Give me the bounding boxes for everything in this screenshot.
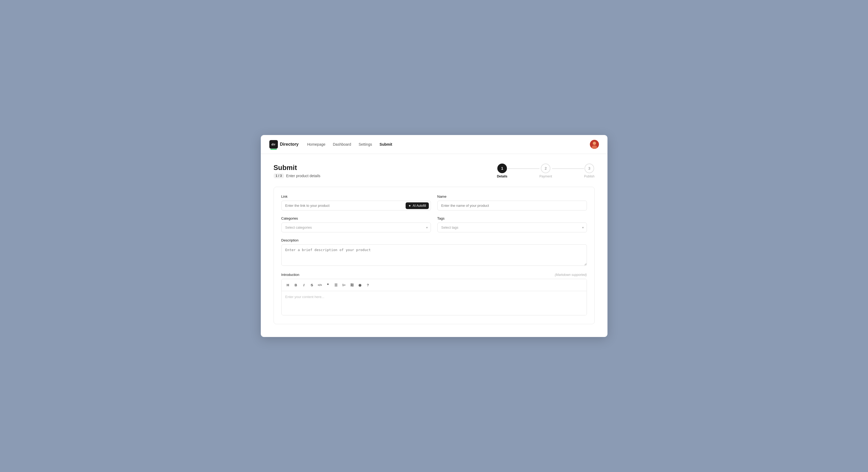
toolbar-italic-button[interactable]: I	[300, 281, 308, 289]
step-3-circle: 3	[585, 164, 594, 173]
toolbar-heading-button[interactable]: H	[284, 281, 292, 289]
categories-select-wrapper: Select categories ▾	[281, 223, 431, 232]
toolbar-bold-button[interactable]: B	[292, 281, 300, 289]
editor-placeholder: Enter your content here...	[285, 295, 324, 299]
toolbar-strikethrough-button[interactable]: S	[308, 281, 316, 289]
ai-autofill-label: AI Autofill	[412, 204, 426, 208]
page-title-block: Submit 1 / 3 Enter product details	[274, 164, 320, 178]
nav-homepage[interactable]: Homepage	[307, 142, 326, 146]
step-2-circle: 2	[541, 164, 550, 173]
nav-submit[interactable]: Submit	[379, 142, 392, 146]
editor-toolbar: H B I S </> ❞ ☰ 1≡ ⛓ ◉ ?	[282, 279, 587, 291]
editor-wrapper: H B I S </> ❞ ☰ 1≡ ⛓ ◉ ?	[281, 279, 587, 315]
markdown-note: (Markdown supported)	[555, 273, 587, 277]
step-3: 3 Publish	[584, 164, 594, 178]
ai-autofill-button[interactable]: ✦ AI Autofill	[406, 202, 429, 209]
toolbar-unordered-list-button[interactable]: ☰	[332, 281, 340, 289]
avatar-image	[590, 140, 599, 149]
col-tags: Tags Select tags ▾	[437, 216, 587, 232]
steps-progress: 1 Details 2 Payment 3 Publish	[497, 164, 594, 178]
logo-text: dir	[272, 143, 276, 146]
description-label: Description	[281, 238, 587, 242]
step-1: 1 Details	[497, 164, 507, 178]
link-input-wrapper: ✦ AI Autofill	[281, 201, 431, 210]
row-categories-tags: Categories Select categories ▾ Tags Sele…	[281, 216, 587, 232]
row-introduction: Introduction (Markdown supported) H B I …	[281, 273, 587, 315]
editor-content[interactable]: Enter your content here...	[282, 291, 587, 315]
step-connector-2	[552, 168, 584, 169]
toolbar-preview-button[interactable]: ◉	[356, 281, 364, 289]
categories-select[interactable]: Select categories	[281, 223, 431, 232]
row-link-name: Link ✦ AI Autofill Name	[281, 195, 587, 210]
introduction-label: Introduction	[281, 273, 300, 277]
col-description: Description	[281, 238, 587, 267]
name-input[interactable]	[437, 201, 587, 210]
tags-label: Tags	[437, 216, 587, 220]
step-description: Enter product details	[286, 174, 320, 178]
step-badge: 1 / 3	[274, 173, 284, 178]
toolbar-ordered-list-button[interactable]: 1≡	[340, 281, 348, 289]
link-label: Link	[281, 195, 431, 199]
ai-icon: ✦	[408, 204, 411, 208]
step-1-circle: 1	[497, 164, 507, 173]
step-connector-1	[507, 168, 539, 169]
toolbar-code-button[interactable]: </>	[316, 281, 324, 289]
main-content: Submit 1 / 3 Enter product details 1 Det…	[261, 154, 608, 337]
toolbar-link-button[interactable]: ⛓	[348, 281, 356, 289]
step-2: 2 Payment	[539, 164, 552, 178]
description-textarea[interactable]	[281, 244, 587, 266]
logo-name: Directory	[280, 142, 299, 147]
page-subtitle: 1 / 3 Enter product details	[274, 173, 320, 178]
page-header: Submit 1 / 3 Enter product details 1 Det…	[274, 164, 595, 178]
nav-links: Homepage Dashboard Settings Submit	[307, 142, 581, 146]
form-card: Link ✦ AI Autofill Name	[274, 187, 595, 324]
step-1-label: Details	[497, 175, 507, 178]
toolbar-blockquote-button[interactable]: ❞	[324, 281, 332, 289]
categories-label: Categories	[281, 216, 431, 220]
col-name: Name	[437, 195, 587, 210]
row-description: Description	[281, 238, 587, 267]
step-3-label: Publish	[584, 175, 594, 178]
page-title: Submit	[274, 164, 320, 172]
nav-dashboard[interactable]: Dashboard	[333, 142, 351, 146]
col-categories: Categories Select categories ▾	[281, 216, 431, 232]
app-window: dir Directory Homepage Dashboard Setting…	[261, 135, 608, 337]
step-2-label: Payment	[539, 175, 552, 178]
editor-container: H B I S </> ❞ ☰ 1≡ ⛓ ◉ ?	[281, 279, 587, 315]
tags-select[interactable]: Select tags	[437, 223, 587, 232]
nav-settings[interactable]: Settings	[359, 142, 372, 146]
avatar[interactable]	[590, 140, 599, 149]
intro-header: Introduction (Markdown supported)	[281, 273, 587, 277]
logo-icon: dir	[269, 140, 278, 149]
nav: dir Directory Homepage Dashboard Setting…	[261, 135, 608, 154]
col-link: Link ✦ AI Autofill	[281, 195, 431, 210]
svg-point-1	[593, 142, 596, 145]
tags-select-wrapper: Select tags ▾	[437, 223, 587, 232]
toolbar-help-button[interactable]: ?	[364, 281, 372, 289]
logo[interactable]: dir Directory	[269, 140, 299, 149]
name-label: Name	[437, 195, 587, 199]
